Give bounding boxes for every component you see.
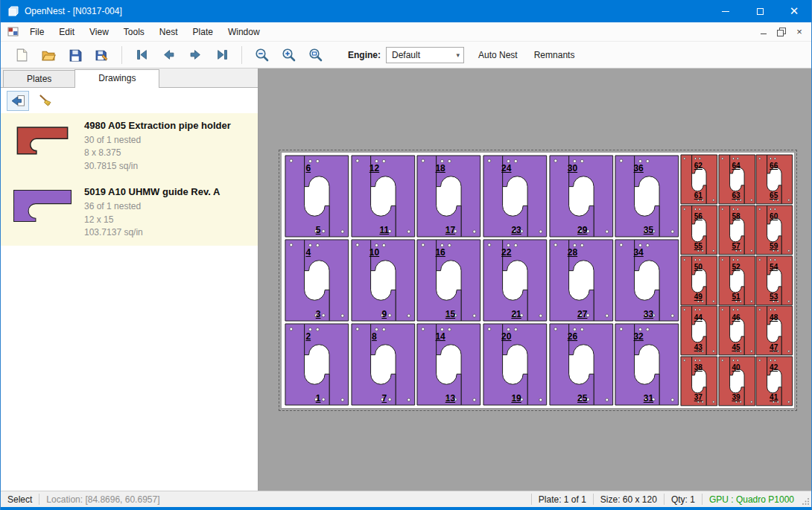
part-number: 40 [732,363,740,372]
zoom-in-button[interactable] [275,44,302,66]
nest-cell[interactable]: 5049 [680,255,718,306]
nest-cell[interactable]: 3837 [680,356,718,407]
nest-cell[interactable]: 5251 [718,255,756,306]
move-back-button[interactable] [7,91,29,111]
drawing-size: 8 x 8.375 [84,147,231,159]
nest-cell[interactable]: 3231 [614,322,680,407]
nest-cell[interactable]: 4847 [755,305,793,356]
part-number: 54 [770,263,778,271]
last-plate-button[interactable] [209,44,235,66]
nest-cell[interactable]: 2827 [548,238,615,322]
zoom-out-button[interactable] [248,44,275,66]
part-number: 18 [435,163,445,173]
child-restore-button[interactable] [773,25,790,39]
menubar-items: FileEditViewToolsNestPlateWindow [22,24,267,40]
child-close-button[interactable]: × [791,25,808,39]
nest-cell[interactable]: 6665 [755,154,793,205]
nest-cell[interactable]: 1211 [350,154,416,238]
menu-item-view[interactable]: View [82,24,116,40]
part-number: 62 [694,162,702,170]
nest-cell[interactable]: 6059 [755,205,793,255]
drawing-item[interactable]: 5019 A10 UHMW guide Rev. A36 of 1 nested… [1,179,258,246]
child-minimize-button[interactable] [755,25,772,39]
part-number: 8 [372,331,377,342]
zoom-fit-button[interactable] [302,44,329,66]
nest-cell[interactable]: 2019 [482,322,548,407]
nest-cell[interactable]: 6463 [718,154,756,205]
nest-cell[interactable]: 5655 [680,205,718,255]
resize-grip[interactable] [801,491,811,507]
part-number: 3 [316,309,321,319]
nest-cell[interactable]: 5453 [755,255,793,306]
nest-cell[interactable]: 1817 [416,154,482,238]
nest-cell[interactable]: 3433 [614,238,680,322]
clean-button[interactable] [34,91,57,111]
nest-cell[interactable]: 1413 [416,322,482,407]
tab-plates[interactable]: Plates [3,70,75,87]
menu-item-window[interactable]: Window [221,24,267,40]
app-window: OpenNest - [N0317-004] ✕ FileEditViewToo… [0,0,812,510]
nest-cell[interactable]: 1615 [416,238,482,322]
first-plate-button[interactable] [128,44,155,66]
part-number: 48 [770,313,778,322]
save-as-button[interactable] [89,44,115,66]
menu-item-file[interactable]: File [22,24,51,40]
part-number: 43 [694,343,702,351]
part-number: 17 [445,225,455,235]
menu-item-tools[interactable]: Tools [116,24,152,40]
part-number: 19 [511,393,521,404]
nest-cell[interactable]: 2423 [482,154,548,238]
nest-cell[interactable]: 2221 [482,238,548,322]
nest-cell[interactable]: 4241 [755,356,793,407]
engine-select[interactable]: Default ▾ [386,47,464,63]
window-bottom-border [1,507,811,510]
menu-item-nest[interactable]: Nest [152,24,185,40]
open-button[interactable] [35,44,62,66]
minimize-button[interactable] [708,0,743,22]
auto-nest-button[interactable]: Auto Nest [470,45,526,66]
main-area: PlatesDrawings 4980 A05 Extraction [1,68,811,491]
drawing-item[interactable]: 4980 A05 Extraction pipe holder30 of 1 n… [1,113,258,179]
part-number: 27 [577,309,587,319]
nest-cell[interactable]: 3635 [614,154,680,238]
part-number: 60 [770,212,778,220]
part-number: 21 [511,309,521,319]
maximize-button[interactable] [743,0,777,22]
previous-arrow-icon [162,48,175,61]
part-number: 39 [732,393,740,401]
nest-cell[interactable]: 2625 [548,322,615,407]
part-number: 50 [694,263,702,271]
new-button[interactable] [8,44,35,66]
nest-cell[interactable]: 43 [284,238,350,322]
tab-drawings[interactable]: Drawings [74,69,159,88]
nest-cell[interactable]: 65 [284,154,350,238]
part-number: 34 [633,247,643,258]
part-number: 15 [445,309,455,319]
part-number: 53 [770,293,778,301]
minimize-icon [761,34,767,34]
move-back-icon [10,94,25,108]
part-number: 51 [732,293,740,301]
menu-item-plate[interactable]: Plate [185,24,221,40]
part-number: 56 [694,212,702,220]
next-plate-button[interactable] [182,44,209,66]
menu-item-edit[interactable]: Edit [51,24,82,40]
part-number: 58 [732,212,740,220]
remnants-button[interactable]: Remnants [526,45,583,66]
nest-cell[interactable]: 109 [350,238,416,322]
part-number: 12 [369,163,379,173]
part-number: 25 [577,393,587,404]
nest-cell[interactable]: 6261 [680,154,718,205]
nest-cell[interactable]: 87 [350,322,416,407]
save-button[interactable] [62,44,89,66]
nest-cell[interactable]: 4645 [718,305,756,356]
nest-cell[interactable]: 5857 [718,205,756,255]
previous-plate-button[interactable] [155,44,182,66]
close-button[interactable]: ✕ [777,0,811,22]
next-arrow-icon [189,48,202,61]
nest-cell[interactable]: 4039 [718,356,756,407]
nest-cell[interactable]: 21 [284,322,350,407]
nest-cell[interactable]: 3029 [548,154,615,238]
zoom-in-icon [282,48,296,62]
nest-cell[interactable]: 4443 [680,305,718,356]
